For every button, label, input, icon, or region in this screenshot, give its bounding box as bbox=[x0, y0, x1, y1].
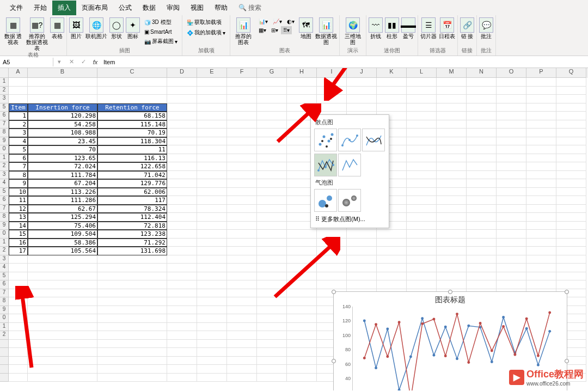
name-box[interactable]: A5 bbox=[0, 58, 53, 66]
shapes-button[interactable]: ◯形状 bbox=[109, 17, 124, 39]
tab-review[interactable]: 审阅 bbox=[161, 1, 185, 15]
svg-point-26 bbox=[456, 357, 458, 360]
pivot-chart-button[interactable]: 📊数据透视图 bbox=[315, 17, 337, 45]
svg-point-16 bbox=[342, 199, 350, 206]
map3d-button[interactable]: 🌍三维地 图 bbox=[342, 17, 364, 45]
svg-point-17 bbox=[351, 196, 357, 201]
name-box-dropdown[interactable]: ▾ bbox=[53, 58, 65, 65]
col-header: M bbox=[437, 68, 467, 78]
scatter-chart-dropdown[interactable]: ⠿▾ bbox=[281, 26, 292, 34]
online-pictures-button[interactable]: 🌐联机图片 bbox=[85, 17, 107, 39]
svg-point-37 bbox=[386, 355, 389, 358]
pivot-table-button[interactable]: ▦数据 透视表 bbox=[2, 17, 24, 45]
svg-point-29 bbox=[491, 361, 493, 363]
sparkline-column-button[interactable]: ▮▮柱形 bbox=[385, 17, 399, 39]
svg-point-30 bbox=[502, 316, 505, 319]
menu-bar: 文件 开始 插入 页面布局 公式 数据 审阅 视图 帮助 🔍搜索 bbox=[0, 0, 588, 15]
svg-point-14 bbox=[327, 196, 332, 201]
svg-point-44 bbox=[467, 361, 470, 364]
svg-point-15 bbox=[325, 204, 328, 207]
tables-button[interactable]: ▦表格 bbox=[50, 17, 64, 39]
worksheet-area[interactable]: A B C DEFGHIJKLMNOPQ 1235ItemInsertion f… bbox=[0, 68, 588, 390]
bubble-3d-option[interactable] bbox=[338, 189, 361, 212]
maps-button[interactable]: 🗺地图 bbox=[299, 17, 313, 39]
screenshot-button[interactable]: 📷 屏幕截图 ▾ bbox=[142, 36, 180, 46]
svg-point-36 bbox=[375, 323, 377, 326]
svg-point-19 bbox=[375, 366, 377, 369]
svg-point-18 bbox=[363, 320, 366, 322]
col-header: L bbox=[407, 68, 437, 78]
svg-point-11 bbox=[324, 166, 327, 168]
svg-point-2 bbox=[328, 140, 330, 143]
col-header: O bbox=[497, 68, 526, 78]
tab-home[interactable]: 开始 bbox=[28, 1, 52, 15]
slicer-button[interactable]: ☰切片器 bbox=[420, 17, 437, 39]
svg-point-6 bbox=[330, 138, 332, 140]
col-header: Q bbox=[556, 68, 586, 78]
svg-line-52 bbox=[329, 68, 357, 90]
svg-point-13 bbox=[318, 200, 326, 207]
tab-file[interactable]: 文件 bbox=[4, 1, 28, 15]
statistic-chart-icon[interactable]: ⊞▾ bbox=[269, 26, 280, 34]
tab-layout[interactable]: 页面布局 bbox=[76, 1, 113, 15]
pie-chart-icon[interactable]: ◐▾ bbox=[285, 17, 297, 26]
svg-point-27 bbox=[467, 325, 470, 327]
tab-formula[interactable]: 公式 bbox=[113, 1, 137, 15]
line-chart-icon[interactable]: 📈▾ bbox=[271, 17, 284, 26]
tab-view[interactable]: 视图 bbox=[185, 1, 209, 15]
svg-point-42 bbox=[444, 355, 447, 357]
sparkline-winloss-button[interactable]: ▬▬盈亏 bbox=[401, 17, 415, 39]
svg-point-4 bbox=[321, 140, 323, 142]
formula-bar: A5 ▾ ✕ ✓ fx Item bbox=[0, 56, 588, 68]
svg-point-43 bbox=[456, 313, 458, 315]
scatter-smooth-lines-option[interactable] bbox=[338, 129, 361, 151]
my-addins-button[interactable]: 💠 我的加载项 ▾ bbox=[185, 28, 228, 38]
select-all-corner[interactable] bbox=[0, 68, 9, 78]
cancel-icon[interactable]: ✕ bbox=[65, 58, 77, 65]
chart-title[interactable]: 图表标题 bbox=[334, 295, 567, 305]
svg-point-49 bbox=[525, 317, 528, 320]
search-icon: 🔍 bbox=[238, 4, 247, 11]
svg-point-3 bbox=[331, 133, 334, 136]
col-header: G bbox=[257, 68, 287, 78]
bubble-option[interactable] bbox=[314, 189, 337, 212]
comments-button[interactable]: 💬批注 bbox=[479, 17, 493, 39]
recommended-pivot-button[interactable]: ▦?推荐的 数据透视表 bbox=[26, 17, 48, 51]
scatter-smooth-nomarker-option[interactable] bbox=[362, 129, 385, 151]
scatter-straight-nomarker-option[interactable] bbox=[338, 154, 361, 176]
svg-point-22 bbox=[409, 356, 412, 358]
more-scatter-option[interactable]: ⠿ 更多散点图(M)... bbox=[313, 213, 387, 225]
svg-point-9 bbox=[356, 135, 358, 137]
icons-button[interactable]: ✦图标 bbox=[126, 17, 140, 39]
svg-point-24 bbox=[432, 354, 435, 357]
tab-data[interactable]: 数据 bbox=[137, 1, 161, 15]
timeline-button[interactable]: 📅日程表 bbox=[439, 17, 455, 39]
chart-type-dropdown: 散点图 气泡图 ⠿ 更多散点图(M)... bbox=[310, 114, 389, 228]
svg-point-48 bbox=[513, 353, 516, 356]
svg-point-32 bbox=[525, 327, 528, 330]
get-addins-button[interactable]: 🏪 获取加载项 bbox=[185, 17, 228, 27]
link-button[interactable]: 🔗链 接 bbox=[460, 17, 474, 39]
column-chart-icon[interactable]: 📊▾ bbox=[256, 17, 270, 26]
hierarchy-chart-icon[interactable]: ▦▾ bbox=[256, 26, 268, 34]
pictures-button[interactable]: 🖼图片 bbox=[69, 17, 83, 39]
bubble-group-label: 气泡图 bbox=[313, 178, 387, 188]
svg-point-33 bbox=[537, 364, 540, 366]
sparkline-line-button[interactable]: 〰折线 bbox=[369, 17, 383, 39]
ribbon: ▦数据 透视表 ▦?推荐的 数据透视表 ▦表格 表格 🖼图片 🌐联机图片 ◯形状… bbox=[0, 15, 588, 56]
svg-point-45 bbox=[479, 322, 482, 325]
smartart-button[interactable]: ▣ SmartArt bbox=[142, 28, 180, 36]
svg-point-40 bbox=[421, 322, 424, 325]
recommended-charts-button[interactable]: 📊推荐的 图表 bbox=[232, 17, 254, 45]
tab-insert[interactable]: 插入 bbox=[52, 1, 76, 15]
enter-icon[interactable]: ✓ bbox=[77, 58, 89, 65]
ribbon-search[interactable]: 🔍搜索 bbox=[238, 3, 261, 13]
fx-icon[interactable]: fx bbox=[89, 59, 101, 65]
formula-input[interactable]: Item bbox=[101, 58, 588, 66]
svg-point-20 bbox=[386, 327, 389, 330]
scatter-straight-lines-option[interactable] bbox=[314, 154, 337, 176]
model3d-button[interactable]: 🧊 3D 模型 bbox=[142, 17, 180, 27]
svg-point-25 bbox=[444, 326, 447, 328]
tab-help[interactable]: 帮助 bbox=[209, 1, 233, 15]
svg-point-23 bbox=[421, 317, 424, 320]
